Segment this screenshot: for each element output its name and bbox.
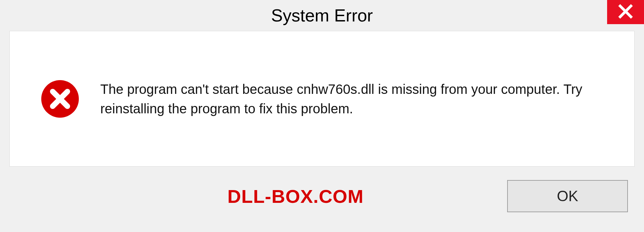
close-button[interactable]: [607, 0, 644, 24]
dialog-footer: DLL-BOX.COM OK: [9, 167, 635, 225]
error-message: The program can't start because cnhw760s…: [100, 79, 621, 118]
close-icon: [618, 4, 633, 20]
content-panel: The program can't start because cnhw760s…: [9, 31, 635, 167]
watermark-text: DLL-BOX.COM: [227, 185, 364, 207]
error-icon: [40, 79, 80, 119]
ok-button[interactable]: OK: [507, 180, 628, 212]
dialog-title: System Error: [271, 5, 373, 25]
titlebar: System Error: [0, 0, 644, 31]
